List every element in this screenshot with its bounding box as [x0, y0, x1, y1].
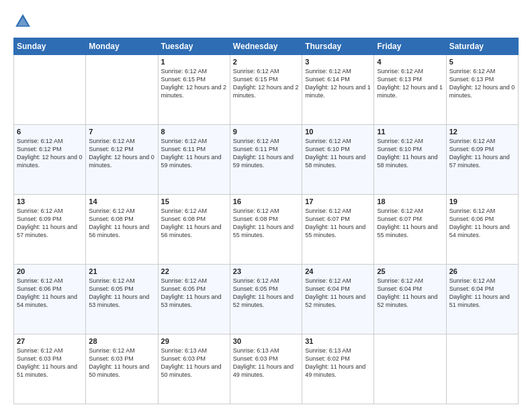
calendar-cell — [374, 334, 446, 404]
cell-content: Sunrise: 6:12 AM Sunset: 6:10 PM Dayligh… — [377, 137, 443, 170]
cell-content: Sunrise: 6:12 AM Sunset: 6:13 PM Dayligh… — [449, 67, 515, 100]
logo-icon — [13, 12, 32, 31]
calendar-cell: 5Sunrise: 6:12 AM Sunset: 6:13 PM Daylig… — [446, 55, 518, 125]
day-number: 28 — [89, 337, 154, 345]
calendar-cell: 20Sunrise: 6:12 AM Sunset: 6:06 PM Dayli… — [14, 265, 86, 334]
cell-content: Sunrise: 6:12 AM Sunset: 6:04 PM Dayligh… — [305, 277, 371, 310]
cell-content: Sunrise: 6:12 AM Sunset: 6:12 PM Dayligh… — [89, 137, 154, 170]
day-number: 21 — [89, 267, 154, 275]
cell-content: Sunrise: 6:12 AM Sunset: 6:06 PM Dayligh… — [449, 207, 515, 240]
day-number: 10 — [305, 128, 371, 136]
cell-content: Sunrise: 6:13 AM Sunset: 6:02 PM Dayligh… — [305, 347, 371, 379]
calendar-cell: 14Sunrise: 6:12 AM Sunset: 6:08 PM Dayli… — [86, 195, 158, 265]
calendar-cell: 25Sunrise: 6:12 AM Sunset: 6:04 PM Dayli… — [374, 265, 446, 334]
calendar-cell: 23Sunrise: 6:12 AM Sunset: 6:05 PM Dayli… — [230, 265, 302, 334]
calendar-cell: 27Sunrise: 6:12 AM Sunset: 6:03 PM Dayli… — [14, 334, 86, 404]
calendar-header-wednesday: Wednesday — [230, 38, 302, 55]
day-number: 26 — [449, 267, 515, 275]
cell-content: Sunrise: 6:12 AM Sunset: 6:03 PM Dayligh… — [89, 347, 154, 379]
logo — [13, 12, 35, 31]
calendar-header-monday: Monday — [86, 38, 158, 55]
header — [13, 12, 519, 31]
calendar-header-tuesday: Tuesday — [158, 38, 230, 55]
calendar-cell: 3Sunrise: 6:12 AM Sunset: 6:14 PM Daylig… — [302, 55, 374, 125]
cell-content: Sunrise: 6:12 AM Sunset: 6:14 PM Dayligh… — [305, 67, 371, 100]
calendar-header-thursday: Thursday — [302, 38, 374, 55]
calendar-week-row: 6Sunrise: 6:12 AM Sunset: 6:12 PM Daylig… — [14, 125, 519, 195]
cell-content: Sunrise: 6:12 AM Sunset: 6:04 PM Dayligh… — [449, 277, 515, 310]
calendar-header-friday: Friday — [374, 38, 446, 55]
day-number: 31 — [305, 337, 371, 345]
day-number: 22 — [161, 267, 227, 275]
day-number: 16 — [233, 197, 299, 205]
calendar-cell: 7Sunrise: 6:12 AM Sunset: 6:12 PM Daylig… — [86, 125, 158, 195]
calendar-cell: 13Sunrise: 6:12 AM Sunset: 6:09 PM Dayli… — [14, 195, 86, 265]
day-number: 6 — [17, 128, 83, 136]
day-number: 1 — [161, 58, 227, 66]
cell-content: Sunrise: 6:12 AM Sunset: 6:08 PM Dayligh… — [233, 207, 299, 240]
calendar-week-row: 13Sunrise: 6:12 AM Sunset: 6:09 PM Dayli… — [14, 195, 519, 265]
calendar-header-saturday: Saturday — [446, 38, 518, 55]
calendar-table: SundayMondayTuesdayWednesdayThursdayFrid… — [13, 38, 519, 404]
calendar-cell: 28Sunrise: 6:12 AM Sunset: 6:03 PM Dayli… — [86, 334, 158, 404]
cell-content: Sunrise: 6:12 AM Sunset: 6:09 PM Dayligh… — [17, 207, 83, 240]
calendar-cell: 12Sunrise: 6:12 AM Sunset: 6:09 PM Dayli… — [446, 125, 518, 195]
calendar-cell: 24Sunrise: 6:12 AM Sunset: 6:04 PM Dayli… — [302, 265, 374, 334]
cell-content: Sunrise: 6:12 AM Sunset: 6:15 PM Dayligh… — [161, 67, 227, 100]
cell-content: Sunrise: 6:13 AM Sunset: 6:03 PM Dayligh… — [233, 347, 299, 379]
calendar-header-row: SundayMondayTuesdayWednesdayThursdayFrid… — [14, 38, 519, 55]
day-number: 23 — [233, 267, 299, 275]
day-number: 2 — [233, 58, 299, 66]
cell-content: Sunrise: 6:12 AM Sunset: 6:12 PM Dayligh… — [17, 137, 83, 170]
calendar-cell: 9Sunrise: 6:12 AM Sunset: 6:11 PM Daylig… — [230, 125, 302, 195]
calendar-cell: 21Sunrise: 6:12 AM Sunset: 6:05 PM Dayli… — [86, 265, 158, 334]
calendar-cell: 22Sunrise: 6:12 AM Sunset: 6:05 PM Dayli… — [158, 265, 230, 334]
calendar-cell: 29Sunrise: 6:13 AM Sunset: 6:03 PM Dayli… — [158, 334, 230, 404]
day-number: 15 — [161, 197, 227, 205]
day-number: 30 — [233, 337, 299, 345]
day-number: 29 — [161, 337, 227, 345]
calendar-cell: 6Sunrise: 6:12 AM Sunset: 6:12 PM Daylig… — [14, 125, 86, 195]
day-number: 25 — [377, 267, 443, 275]
cell-content: Sunrise: 6:13 AM Sunset: 6:03 PM Dayligh… — [161, 347, 227, 379]
calendar-cell: 11Sunrise: 6:12 AM Sunset: 6:10 PM Dayli… — [374, 125, 446, 195]
day-number: 27 — [17, 337, 83, 345]
cell-content: Sunrise: 6:12 AM Sunset: 6:13 PM Dayligh… — [377, 67, 443, 100]
day-number: 4 — [377, 58, 443, 66]
cell-content: Sunrise: 6:12 AM Sunset: 6:08 PM Dayligh… — [161, 207, 227, 240]
calendar-cell: 1Sunrise: 6:12 AM Sunset: 6:15 PM Daylig… — [158, 55, 230, 125]
calendar-cell: 8Sunrise: 6:12 AM Sunset: 6:11 PM Daylig… — [158, 125, 230, 195]
calendar-cell: 4Sunrise: 6:12 AM Sunset: 6:13 PM Daylig… — [374, 55, 446, 125]
day-number: 20 — [17, 267, 83, 275]
cell-content: Sunrise: 6:12 AM Sunset: 6:10 PM Dayligh… — [305, 137, 371, 170]
day-number: 12 — [449, 128, 515, 136]
day-number: 13 — [17, 197, 83, 205]
calendar-week-row: 27Sunrise: 6:12 AM Sunset: 6:03 PM Dayli… — [14, 334, 519, 404]
day-number: 8 — [161, 128, 227, 136]
cell-content: Sunrise: 6:12 AM Sunset: 6:05 PM Dayligh… — [161, 277, 227, 310]
cell-content: Sunrise: 6:12 AM Sunset: 6:04 PM Dayligh… — [377, 277, 443, 310]
calendar-cell: 17Sunrise: 6:12 AM Sunset: 6:07 PM Dayli… — [302, 195, 374, 265]
cell-content: Sunrise: 6:12 AM Sunset: 6:07 PM Dayligh… — [305, 207, 371, 240]
day-number: 17 — [305, 197, 371, 205]
day-number: 3 — [305, 58, 371, 66]
calendar-header-sunday: Sunday — [14, 38, 86, 55]
calendar-cell — [86, 55, 158, 125]
day-number: 5 — [449, 58, 515, 66]
calendar-cell: 30Sunrise: 6:13 AM Sunset: 6:03 PM Dayli… — [230, 334, 302, 404]
cell-content: Sunrise: 6:12 AM Sunset: 6:03 PM Dayligh… — [17, 347, 83, 379]
calendar-week-row: 20Sunrise: 6:12 AM Sunset: 6:06 PM Dayli… — [14, 265, 519, 334]
cell-content: Sunrise: 6:12 AM Sunset: 6:11 PM Dayligh… — [161, 137, 227, 170]
cell-content: Sunrise: 6:12 AM Sunset: 6:05 PM Dayligh… — [233, 277, 299, 310]
calendar-cell: 16Sunrise: 6:12 AM Sunset: 6:08 PM Dayli… — [230, 195, 302, 265]
calendar-cell: 31Sunrise: 6:13 AM Sunset: 6:02 PM Dayli… — [302, 334, 374, 404]
calendar-cell: 18Sunrise: 6:12 AM Sunset: 6:07 PM Dayli… — [374, 195, 446, 265]
cell-content: Sunrise: 6:12 AM Sunset: 6:11 PM Dayligh… — [233, 137, 299, 170]
cell-content: Sunrise: 6:12 AM Sunset: 6:15 PM Dayligh… — [233, 67, 299, 100]
calendar-cell — [446, 334, 518, 404]
calendar-cell: 2Sunrise: 6:12 AM Sunset: 6:15 PM Daylig… — [230, 55, 302, 125]
cell-content: Sunrise: 6:12 AM Sunset: 6:05 PM Dayligh… — [89, 277, 154, 310]
cell-content: Sunrise: 6:12 AM Sunset: 6:09 PM Dayligh… — [449, 137, 515, 170]
calendar-cell: 19Sunrise: 6:12 AM Sunset: 6:06 PM Dayli… — [446, 195, 518, 265]
day-number: 9 — [233, 128, 299, 136]
